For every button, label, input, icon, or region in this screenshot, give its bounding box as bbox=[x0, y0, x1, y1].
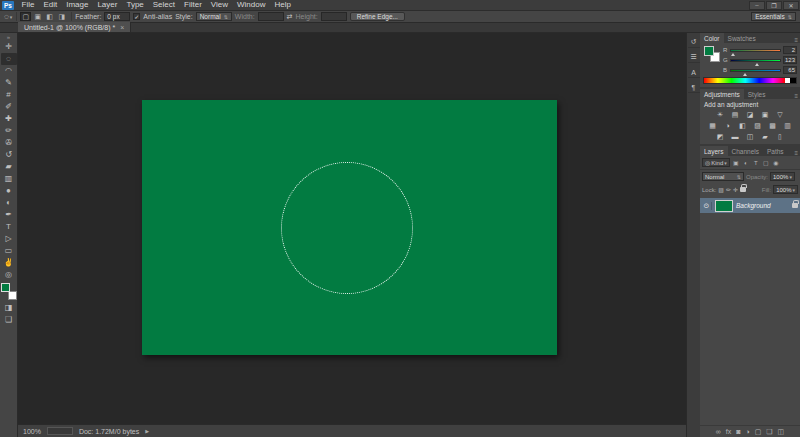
curves-icon[interactable]: ◪ bbox=[745, 110, 756, 119]
selective-color-icon[interactable]: ▯ bbox=[775, 132, 786, 141]
slider-thumb[interactable] bbox=[731, 53, 735, 56]
status-flyout-icon[interactable]: ▶ bbox=[145, 428, 149, 434]
menu-layer[interactable]: Layer bbox=[93, 0, 122, 10]
pixel-layer-filter-icon[interactable]: ▣ bbox=[732, 159, 740, 166]
character-panel-icon[interactable]: A bbox=[688, 67, 700, 78]
tab-layers[interactable]: Layers bbox=[700, 146, 728, 156]
minimize-button[interactable]: – bbox=[749, 1, 765, 10]
menu-view[interactable]: View bbox=[206, 0, 232, 10]
menu-filter[interactable]: Filter bbox=[180, 0, 207, 10]
menu-help[interactable]: Help bbox=[270, 0, 295, 10]
document-tab[interactable]: Untitled-1 @ 100% (RGB/8) * × bbox=[18, 22, 131, 32]
blue-value[interactable]: 65 bbox=[783, 66, 797, 74]
threshold-icon[interactable]: ◫ bbox=[745, 132, 756, 141]
kind-filter-select[interactable]: ◎ Kind ▾ bbox=[702, 158, 730, 167]
filter-toggle-icon[interactable]: ◉ bbox=[772, 159, 780, 166]
opacity-input[interactable]: 100% ▾ bbox=[770, 172, 795, 181]
brightness-contrast-icon[interactable]: ☀ bbox=[715, 110, 726, 119]
width-input[interactable] bbox=[258, 12, 284, 21]
shape-layer-filter-icon[interactable]: ▢ bbox=[762, 159, 770, 166]
green-slider[interactable] bbox=[730, 59, 781, 62]
type-layer-filter-icon[interactable]: T bbox=[752, 160, 760, 166]
subtract-from-selection-button[interactable]: ◧ bbox=[44, 12, 55, 21]
menu-file[interactable]: File bbox=[17, 0, 39, 10]
tab-swatches[interactable]: Swatches bbox=[724, 33, 760, 43]
photo-filter-icon[interactable]: ▨ bbox=[752, 121, 763, 130]
menu-window[interactable]: Window bbox=[233, 0, 270, 10]
toolbar-collapse-icon[interactable]: » bbox=[0, 33, 17, 41]
new-layer-icon[interactable]: ❏ bbox=[766, 428, 772, 436]
restore-button[interactable]: ❐ bbox=[766, 1, 782, 10]
tab-close-icon[interactable]: × bbox=[120, 24, 124, 31]
channel-mixer-icon[interactable]: ▩ bbox=[767, 121, 778, 130]
rectangle-tool[interactable]: ▭ bbox=[1, 245, 17, 257]
panel-menu-icon[interactable]: ≡ bbox=[792, 37, 800, 43]
swap-dimensions-icon[interactable]: ⇄ bbox=[287, 13, 293, 21]
visibility-eye-icon[interactable]: ⊙ bbox=[702, 202, 712, 210]
history-brush-tool[interactable]: ↺ bbox=[1, 149, 17, 161]
tab-paths[interactable]: Paths bbox=[763, 146, 788, 156]
dodge-tool[interactable]: ◐ bbox=[1, 197, 17, 209]
posterize-icon[interactable]: ▬ bbox=[730, 132, 741, 141]
link-layers-icon[interactable]: ∞ bbox=[716, 428, 721, 435]
add-to-selection-button[interactable]: ▣ bbox=[32, 12, 43, 21]
hand-tool[interactable]: ✌ bbox=[1, 257, 17, 269]
layer-thumbnail[interactable] bbox=[715, 200, 733, 212]
menu-select[interactable]: Select bbox=[148, 0, 179, 10]
zoom-level[interactable]: 100% bbox=[23, 428, 41, 435]
paragraph-panel-icon[interactable]: ¶ bbox=[688, 82, 700, 93]
lasso-tool[interactable]: ◠ bbox=[1, 65, 17, 77]
move-tool[interactable]: ✛ bbox=[1, 41, 17, 53]
clone-stamp-tool[interactable]: ✇ bbox=[1, 137, 17, 149]
vibrance-icon[interactable]: ▽ bbox=[775, 110, 786, 119]
black-and-white-icon[interactable]: ◧ bbox=[737, 121, 748, 130]
anti-alias-checkbox[interactable]: ✓ bbox=[133, 13, 140, 20]
new-selection-button[interactable]: ▢ bbox=[20, 12, 31, 21]
tab-color[interactable]: Color bbox=[700, 33, 724, 43]
eraser-tool[interactable]: ▰ bbox=[1, 161, 17, 173]
tool-preset-picker[interactable]: ◌ ▾ bbox=[4, 12, 17, 21]
intersect-selection-button[interactable]: ◨ bbox=[56, 12, 67, 21]
levels-icon[interactable]: ▤ bbox=[730, 110, 741, 119]
path-selection-tool[interactable]: ▷ bbox=[1, 233, 17, 245]
feather-input[interactable]: 0 px bbox=[104, 12, 130, 21]
history-panel-icon[interactable]: ↺ bbox=[688, 37, 700, 48]
tab-styles[interactable]: Styles bbox=[744, 89, 770, 99]
new-group-icon[interactable]: ▢ bbox=[755, 428, 762, 436]
color-spectrum-ramp[interactable] bbox=[703, 77, 797, 84]
style-select[interactable]: Normal ⇅ bbox=[196, 12, 232, 21]
type-tool[interactable]: T bbox=[1, 221, 17, 233]
menu-edit[interactable]: Edit bbox=[39, 0, 62, 10]
invert-icon[interactable]: ◩ bbox=[715, 132, 726, 141]
add-layer-mask-icon[interactable]: ◙ bbox=[736, 428, 740, 435]
lock-all-icon[interactable] bbox=[740, 187, 746, 192]
tab-adjustments[interactable]: Adjustments bbox=[700, 89, 744, 99]
elliptical-marquee-tool[interactable]: ◌ bbox=[1, 53, 17, 65]
layer-row-background[interactable]: ⊙ Background bbox=[700, 198, 800, 213]
foreground-color-swatch[interactable] bbox=[1, 283, 10, 292]
quick-mask-button[interactable]: ◨ bbox=[1, 302, 17, 314]
crop-tool[interactable]: # bbox=[1, 89, 17, 101]
lock-position-icon[interactable]: ✛ bbox=[733, 186, 738, 193]
slider-thumb[interactable] bbox=[755, 63, 759, 66]
new-adjustment-layer-icon[interactable]: ◑ bbox=[745, 428, 749, 435]
exposure-icon[interactable]: ▣ bbox=[760, 110, 771, 119]
lock-transparency-icon[interactable]: ▨ bbox=[718, 186, 724, 193]
lock-pixels-icon[interactable]: ✏ bbox=[726, 186, 731, 193]
gradient-tool[interactable]: ▥ bbox=[1, 173, 17, 185]
tab-channels[interactable]: Channels bbox=[728, 146, 763, 156]
blue-slider[interactable] bbox=[730, 69, 781, 72]
menu-image[interactable]: Image bbox=[62, 0, 93, 10]
slider-thumb[interactable] bbox=[743, 73, 747, 76]
height-input[interactable] bbox=[321, 12, 347, 21]
canvas[interactable] bbox=[142, 100, 557, 355]
adjustment-layer-filter-icon[interactable]: ◐ bbox=[742, 160, 750, 166]
green-value[interactable]: 123 bbox=[783, 56, 797, 64]
background-color-swatch[interactable] bbox=[8, 291, 17, 300]
close-button[interactable]: ✕ bbox=[783, 1, 799, 10]
pen-tool[interactable]: ✒ bbox=[1, 209, 17, 221]
panel-menu-icon[interactable]: ≡ bbox=[792, 93, 800, 99]
properties-panel-icon[interactable]: ☰ bbox=[688, 52, 700, 63]
color-balance-icon[interactable]: ◑ bbox=[722, 121, 733, 130]
blur-tool[interactable]: ● bbox=[1, 185, 17, 197]
